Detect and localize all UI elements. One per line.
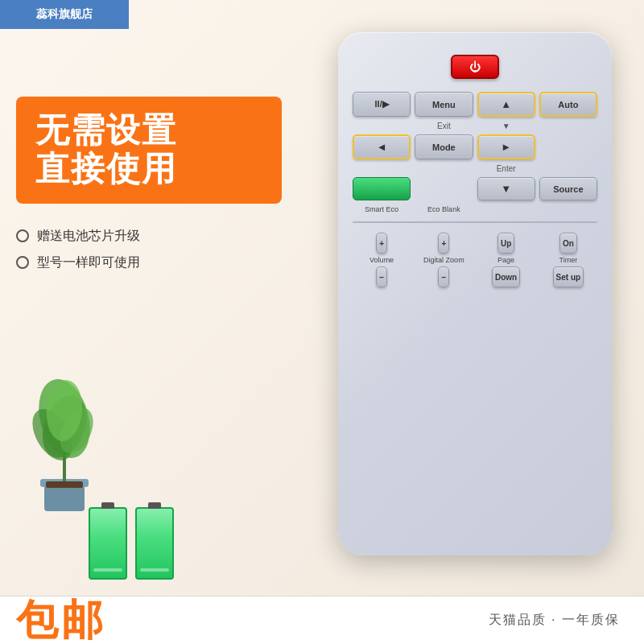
timer-label: Timer [559, 256, 578, 264]
digital-zoom-column: + Digital Zoom − [415, 233, 473, 287]
right-arrow-button[interactable]: ► [477, 134, 535, 159]
volume-column: + Volume − [353, 233, 411, 287]
battery-stripe-2 [140, 568, 169, 572]
spacer-5 [539, 164, 597, 173]
feature-bullet-2 [16, 256, 29, 269]
auto-button[interactable]: Auto [539, 92, 597, 117]
spacer-1 [353, 122, 411, 130]
store-name: 蕊科旗舰店 [36, 7, 93, 22]
plant-svg [8, 354, 121, 515]
source-button[interactable]: Source [539, 177, 597, 200]
plant-decoration [8, 354, 121, 515]
battery-2 [135, 507, 174, 580]
page: 蕊科旗舰店 无需设置 直接使用 赠送电池芯片升级 型号一样即可使用 [0, 0, 644, 644]
power-button[interactable]: ⏻ [451, 55, 499, 79]
battery-1 [89, 507, 127, 580]
spacer-6 [477, 205, 535, 213]
feature-text-2: 型号一样即可使用 [37, 254, 140, 271]
nav-row-1: II/▶ Menu ▲ Auto [353, 92, 597, 117]
banner-line2: 直接使用 [35, 150, 262, 188]
spacer-7 [539, 205, 597, 213]
feature-bullet-1 [16, 229, 29, 242]
banner-line1: 无需设置 [35, 111, 262, 150]
svg-rect-2 [46, 481, 83, 488]
spacer-4 [415, 164, 473, 173]
empty-cell-1 [539, 134, 597, 159]
timer-setup-button[interactable]: Set up [553, 266, 584, 287]
page-down-button[interactable]: Down [492, 266, 520, 287]
separator [353, 221, 597, 223]
menu-button[interactable]: Menu [415, 92, 473, 117]
down-arrow-button[interactable]: ▼ [477, 177, 535, 200]
baoyou-label: 包邮 [16, 592, 106, 645]
bottom-bar: 包邮 天猫品质 · 一年质保 [0, 596, 644, 644]
volume-label: Volume [369, 256, 394, 264]
volume-plus-button[interactable]: + [376, 233, 387, 254]
main-banner: 无需设置 直接使用 [16, 97, 282, 204]
smart-eco-button[interactable] [353, 177, 411, 200]
battery-area [89, 507, 174, 580]
down-small-label: ▼ [477, 122, 535, 130]
page-column: Up Page Down [477, 233, 535, 287]
timer-on-button[interactable]: On [559, 233, 577, 254]
spacer-eco [415, 177, 473, 200]
page-label: Page [497, 256, 514, 264]
dig-zoom-minus-button[interactable]: − [438, 266, 449, 287]
play-pause-button[interactable]: II/▶ [353, 92, 411, 117]
bottom-controls: + Volume − + Digital Zoom − [353, 233, 597, 287]
dig-zoom-plus-button[interactable]: + [438, 233, 449, 254]
nav-row-3: ▼ Source [353, 177, 597, 200]
spacer-2 [539, 122, 597, 130]
spacer-3 [353, 164, 411, 173]
page-up-button[interactable]: Up [497, 233, 514, 254]
store-header: 蕊科旗舰店 [0, 0, 129, 29]
features-list: 赠送电池芯片升级 型号一样即可使用 [16, 228, 282, 271]
up-arrow-button[interactable]: ▲ [477, 92, 535, 117]
exit-label: Exit [415, 122, 473, 130]
smart-eco-text: Smart Eco [353, 205, 411, 213]
feature-text-1: 赠送电池芯片升级 [37, 228, 140, 245]
remote-panel: ⏻ II/▶ Menu ▲ Auto [322, 32, 628, 580]
remote-body: ⏻ II/▶ Menu ▲ Auto [338, 32, 612, 555]
mode-button[interactable]: Mode [415, 134, 473, 159]
feature-item-2: 型号一样即可使用 [16, 254, 282, 271]
power-icon: ⏻ [469, 60, 481, 73]
left-arrow-button[interactable]: ◄ [353, 134, 411, 159]
timer-column: On Timer Set up [539, 233, 597, 287]
digital-zoom-label: Digital Zoom [423, 256, 464, 264]
feature-item-1: 赠送电池芯片升级 [16, 228, 282, 245]
quality-label: 天猫品质 · 一年质保 [489, 612, 620, 629]
battery-stripe-1 [93, 568, 122, 572]
volume-minus-button[interactable]: − [376, 266, 387, 287]
nav-row-2: ◄ Mode ► [353, 134, 597, 159]
enter-label: Enter [477, 164, 535, 173]
power-section: ⏻ [353, 55, 597, 79]
eco-blank-text: Eco Blank [415, 205, 473, 213]
